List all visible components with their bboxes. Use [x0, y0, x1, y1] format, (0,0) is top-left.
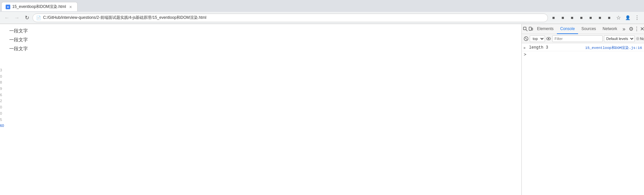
console-prompt-symbol: > [524, 52, 526, 57]
main-layout: 一段文字 一段文字 一段文字 3 0 8 9 6 2 0 0 5 60 [0, 24, 644, 195]
svg-rect-2 [529, 27, 531, 30]
console-message-length: length 3 [529, 45, 585, 50]
extension-icon-7[interactable]: ■ [605, 14, 614, 22]
extension-icon-6[interactable]: ■ [596, 14, 604, 22]
no-errors-indicator: No [636, 37, 644, 41]
console-context-select[interactable]: top [530, 35, 545, 42]
page-content: 一段文字 一段文字 一段文字 3 0 8 9 6 2 0 0 5 60 [0, 24, 521, 195]
console-expand-icon[interactable]: ▶ [524, 45, 529, 50]
tab-sources[interactable]: Sources [578, 24, 599, 34]
tab-favicon: ● [6, 5, 10, 9]
svg-line-5 [525, 38, 527, 40]
console-eye-button[interactable] [546, 35, 551, 42]
no-errors-label: No [640, 37, 644, 41]
url-text: C:/GitHub/interview-questions/2-前端面试题实践/… [43, 15, 544, 20]
page-line-3: 一段文字 [9, 45, 521, 53]
extension-icon-3[interactable]: ■ [568, 14, 576, 22]
inspect-element-button[interactable] [523, 25, 528, 33]
profile-icon[interactable]: 👤 [623, 14, 632, 22]
console-toolbar: top Default levels Verbose Info Warnings… [522, 34, 644, 43]
tab-elements[interactable]: Elements [534, 24, 557, 34]
extension-icon-1[interactable]: ■ [549, 14, 558, 22]
browser-tab[interactable]: ● 15_eventloop和DOM渲染.html × [1, 2, 78, 11]
browser-toolbar: ← → ↻ 📄 C:/GitHub/interview-questions/2-… [0, 12, 644, 24]
extension-icon-4[interactable]: ■ [577, 14, 586, 22]
devtools-more-button[interactable]: ⋮ [634, 25, 639, 33]
devtools-settings-button[interactable]: ⚙ [629, 25, 633, 33]
device-toolbar-button[interactable] [528, 25, 533, 33]
devtools-close-button[interactable]: ✕ [640, 25, 644, 33]
reload-button[interactable]: ↻ [23, 14, 31, 22]
toolbar-right: ■ ■ ■ ■ ■ ■ ■ ☆ 👤 ⋮ [549, 14, 641, 22]
console-level-select[interactable]: Default levels Verbose Info Warnings Err… [604, 35, 635, 42]
bookmark-star-icon[interactable]: ☆ [614, 14, 623, 22]
page-type-icon: 📄 [36, 16, 41, 20]
svg-line-1 [526, 30, 527, 31]
tab-network[interactable]: Network [599, 24, 620, 34]
back-button[interactable]: ← [3, 14, 11, 22]
devtools-panel: Elements Console Sources Network » ⚙ ⋮ ✕ [521, 24, 644, 195]
address-bar[interactable]: 📄 C:/GitHub/interview-questions/2-前端面试题实… [32, 14, 548, 22]
tab-bar: ● 15_eventloop和DOM渲染.html × [0, 0, 644, 12]
tab-close-button[interactable]: × [68, 4, 73, 10]
console-source-link[interactable]: 15_eventloop和DOM渲染.js:16 [585, 45, 642, 50]
devtools-top-toolbar: Elements Console Sources Network » ⚙ ⋮ ✕ [522, 24, 644, 34]
forward-button[interactable]: → [13, 14, 21, 22]
svg-rect-3 [532, 28, 533, 30]
tab-console[interactable]: Console [557, 24, 578, 34]
console-filter-input[interactable] [552, 35, 603, 42]
browser-chrome: ● 15_eventloop和DOM渲染.html × ← → ↻ 📄 C:/G… [0, 0, 644, 24]
line-numbers: 3 0 8 9 6 2 0 0 5 60 [0, 67, 4, 129]
svg-point-7 [548, 38, 549, 39]
more-tabs-button[interactable]: » [620, 26, 627, 32]
console-prompt-input[interactable] [528, 53, 642, 57]
page-line-1: 一段文字 [9, 27, 521, 35]
console-row-length: ▶ length 3 15_eventloop和DOM渲染.js:16 [522, 45, 644, 51]
extension-icon-5[interactable]: ■ [586, 14, 595, 22]
svg-rect-0 [523, 27, 526, 30]
console-prompt-row[interactable]: > [522, 51, 644, 58]
page-line-2: 一段文字 [9, 36, 521, 44]
extension-icon-2[interactable]: ■ [559, 14, 567, 22]
clear-console-button[interactable] [524, 35, 528, 42]
no-errors-dot [636, 37, 639, 40]
settings-icon[interactable]: ⋮ [633, 14, 641, 22]
tab-title: 15_eventloop和DOM渲染.html [12, 4, 66, 10]
console-content: ▶ length 3 15_eventloop和DOM渲染.js:16 > [522, 43, 644, 195]
